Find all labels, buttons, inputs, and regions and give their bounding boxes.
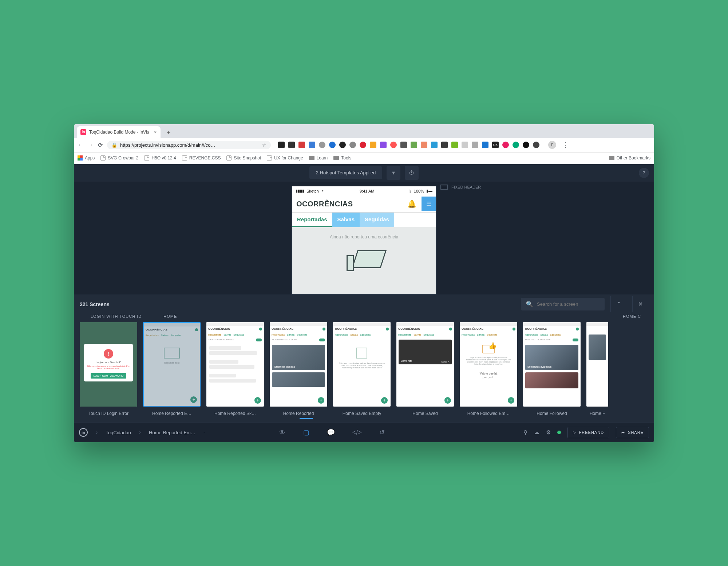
collapse-drawer-button[interactable]: ⌃ bbox=[610, 296, 626, 312]
ext-icon[interactable] bbox=[472, 142, 478, 148]
screen-thumb-selected[interactable]: OCORRÊNCIAS ReportadasSalvasSeguidas Rep… bbox=[143, 322, 201, 416]
ext-icon[interactable] bbox=[523, 142, 529, 148]
bookmarks-bar: Apps SVG Crowbar 2 H5O v0.12.4 REVENGE.C… bbox=[74, 153, 654, 164]
ext-icon[interactable] bbox=[482, 142, 488, 148]
ext-icon[interactable] bbox=[370, 142, 376, 148]
bookmark-item[interactable]: Site Snapshot bbox=[226, 155, 261, 161]
breadcrumb[interactable]: Home Reported Em… bbox=[149, 430, 195, 435]
ext-icon[interactable]: UX bbox=[492, 142, 499, 148]
ext-icon[interactable] bbox=[421, 142, 427, 148]
device-preview[interactable]: ▮▮▮▮Sketchᯤ 9:41 AM ᛒ100%▮▬ OCORRÊNCIAS … bbox=[292, 186, 436, 294]
screen-thumb[interactable]: ! Login com Touch ID Não reconhecemos a … bbox=[80, 322, 137, 416]
build-mode-button[interactable]: ▢ bbox=[302, 423, 311, 442]
template-options-button[interactable]: ▾ bbox=[387, 166, 400, 180]
forward-button[interactable]: → bbox=[88, 142, 94, 148]
ext-icon[interactable] bbox=[309, 142, 315, 148]
comment-mode-button[interactable]: 💬 bbox=[325, 423, 336, 442]
ext-icon[interactable] bbox=[349, 142, 356, 148]
ext-icon[interactable] bbox=[533, 142, 539, 148]
close-icon: ✕ bbox=[638, 301, 643, 308]
history-mode-button[interactable]: ↺ bbox=[378, 423, 386, 442]
ext-icon[interactable] bbox=[278, 142, 285, 148]
tab-salvas[interactable]: Salvas bbox=[332, 213, 360, 227]
ext-icon[interactable] bbox=[411, 142, 417, 148]
search-input[interactable]: 🔍 bbox=[521, 298, 605, 310]
code-icon: </> bbox=[352, 429, 362, 436]
timer-button[interactable]: ⏱ bbox=[405, 166, 419, 180]
browser-tab[interactable]: In ToqCidadao Build Mode - InVis × bbox=[77, 126, 161, 138]
ext-icon[interactable] bbox=[298, 142, 305, 148]
cloud-icon[interactable]: ☁ bbox=[534, 429, 539, 436]
gear-icon[interactable]: ⚙ bbox=[546, 429, 551, 436]
screen-thumb[interactable]: OCORRÊNCIAS ReportadasSalvasSeguidas MOS… bbox=[270, 322, 327, 416]
avatar-icon[interactable]: F bbox=[548, 141, 556, 149]
back-button[interactable]: ← bbox=[78, 142, 83, 148]
thumb-label: Home Followed Em… bbox=[467, 411, 510, 416]
freehand-button[interactable]: ▷FREEHAND bbox=[567, 427, 610, 438]
chevron-right-icon: › bbox=[96, 429, 98, 436]
kebab-menu-icon[interactable]: ⋮ bbox=[562, 141, 569, 149]
ext-icon[interactable] bbox=[288, 142, 295, 148]
thumb-label: Home Saved Empty bbox=[343, 411, 381, 416]
chevron-right-icon: › bbox=[139, 429, 141, 436]
ext-icon[interactable] bbox=[502, 142, 509, 148]
ext-icon[interactable] bbox=[400, 142, 407, 148]
screen-thumb[interactable]: OCORRÊNCIAS ReportadasSalvasSeguidas 👍 S… bbox=[460, 322, 517, 416]
ext-icon[interactable] bbox=[339, 142, 346, 148]
share-link-icon[interactable]: ⚲ bbox=[523, 429, 527, 436]
history-icon: ↺ bbox=[379, 429, 385, 436]
close-tab-icon[interactable]: × bbox=[154, 129, 157, 135]
share-button[interactable]: ➦SHARE bbox=[616, 427, 649, 438]
tab-seguidas[interactable]: Seguidas bbox=[360, 213, 394, 227]
bell-icon[interactable]: 🔔 bbox=[407, 199, 416, 208]
screen-thumb[interactable]: OCORRÊNCIAS ReportadasSalvasSeguidas Car… bbox=[396, 322, 454, 416]
bookmark-item[interactable]: SVG Crowbar 2 bbox=[100, 155, 138, 161]
invision-logo-icon[interactable]: in bbox=[79, 428, 88, 437]
new-tab-button[interactable]: + bbox=[163, 128, 174, 138]
filter-button[interactable]: ☰ bbox=[422, 197, 436, 211]
breadcrumb[interactable]: ToqCidadao bbox=[106, 430, 131, 435]
page-icon bbox=[226, 155, 232, 161]
browser-window: In ToqCidadao Build Mode - InVis × + ← →… bbox=[74, 124, 654, 442]
ext-icon[interactable] bbox=[319, 142, 325, 148]
ext-icon[interactable] bbox=[451, 142, 458, 148]
screen-thumb[interactable]: OCORRÊNCIAS ReportadasSalvasSeguidas MOS… bbox=[206, 322, 264, 416]
ext-icon[interactable] bbox=[360, 142, 366, 148]
ext-icon[interactable] bbox=[462, 142, 468, 148]
ext-icon[interactable] bbox=[390, 142, 397, 148]
screen-thumb[interactable]: OCORRÊNCIAS ReportadasSalvasSeguidas MOS… bbox=[523, 322, 581, 416]
browser-toolbar: ← → ⟳ 🔒 https://projects.invisionapp.com… bbox=[74, 138, 654, 153]
inspect-mode-button[interactable]: </> bbox=[351, 424, 363, 442]
thumb-label: Touch ID Login Error bbox=[88, 411, 128, 416]
address-bar[interactable]: 🔒 https://projects.invisionapp.com/d/mai… bbox=[107, 141, 271, 149]
ext-icon[interactable] bbox=[431, 142, 438, 148]
bookmark-folder[interactable]: Learn bbox=[309, 155, 328, 161]
other-bookmarks[interactable]: Other Bookmarks bbox=[609, 155, 650, 161]
fixed-header-toggle[interactable]: FIXED HEADER bbox=[440, 185, 481, 190]
hotspot-templates-dropdown[interactable]: 2 Hotspot Templates Applied bbox=[309, 166, 383, 179]
reload-button[interactable]: ⟳ bbox=[98, 142, 103, 149]
bottom-right-actions: ⚲ ☁ ⚙ ▷FREEHAND ➦SHARE bbox=[523, 427, 649, 438]
bookmark-item[interactable]: UX for Change bbox=[267, 155, 303, 161]
bookmark-item[interactable]: REVENGE.CSS bbox=[182, 155, 221, 161]
apps-button[interactable]: Apps bbox=[78, 155, 95, 161]
bookmark-folder[interactable]: Tools bbox=[333, 155, 351, 161]
ext-icon[interactable] bbox=[441, 142, 448, 148]
thumb-label: Home Followed bbox=[537, 411, 567, 416]
preview-mode-button[interactable]: 👁 bbox=[278, 424, 287, 442]
search-field[interactable] bbox=[537, 301, 600, 307]
canvas-area[interactable]: FIXED HEADER ▮▮▮▮Sketchᯤ 9:41 AM ᛒ100%▮▬… bbox=[74, 182, 654, 294]
invision-favicon-icon: In bbox=[80, 129, 86, 135]
ext-icon[interactable] bbox=[380, 142, 387, 148]
star-icon[interactable]: ☆ bbox=[262, 142, 266, 148]
screen-thumb[interactable]: OCORRÊNCIAS ReportadasSalvasSeguidas Não… bbox=[333, 322, 391, 416]
help-button[interactable]: ? bbox=[639, 168, 649, 178]
ext-icon[interactable] bbox=[329, 142, 336, 148]
bookmark-item[interactable]: H5O v0.12.4 bbox=[144, 155, 176, 161]
close-drawer-button[interactable]: ✕ bbox=[632, 296, 648, 312]
thumbnails-row[interactable]: ! Login com Touch ID Não reconhecemos a … bbox=[74, 318, 654, 423]
tab-reportadas[interactable]: Reportadas bbox=[292, 213, 332, 227]
screens-drawer: 221 Screens 🔍 ⌃ ✕ LOGIN WITH TOUCH ID HO… bbox=[74, 294, 654, 423]
screen-thumb[interactable]: Home F bbox=[586, 322, 608, 416]
ext-icon[interactable] bbox=[513, 142, 519, 148]
